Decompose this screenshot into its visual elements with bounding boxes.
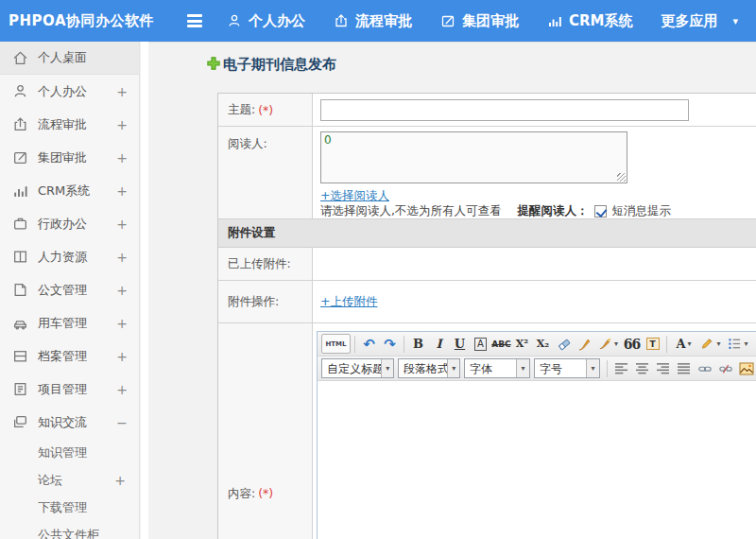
bold-button[interactable]: B (408, 334, 428, 354)
sidebar-item-knowledge-exchange[interactable]: 知识交流 − (0, 406, 139, 439)
chevron-down-icon: ▾ (447, 359, 459, 377)
readers-note: 请选择阅读人,不选为所有人可查看 提醒阅读人： 短消息提示 (320, 203, 671, 219)
sidebar-item-personal-office[interactable]: 个人办公 + (0, 75, 139, 108)
redo-button[interactable]: ↷ (380, 334, 400, 354)
sidebar-item-project-mgmt[interactable]: 项目管理 + (0, 373, 139, 406)
highlight-color-button[interactable]: ▾ (697, 334, 724, 354)
remove-link-button[interactable] (715, 358, 735, 378)
green-plus-icon (207, 57, 220, 73)
sidebar-scroll-strip (141, 42, 148, 539)
editor-toolbar-row2: 自定义标题▾ 段落格式▾ 字体▾ 字号▾ (318, 356, 756, 381)
font-color-button[interactable]: A▾ (671, 334, 696, 354)
top-bar: PHPOA协同办公软件 个人办公 流程审批 集团审批 CRM系统 更多应用 ▾ (0, 0, 756, 42)
subject-row: 主题:(*) (218, 94, 756, 127)
sms-checkbox[interactable] (594, 205, 607, 217)
font-family-select[interactable]: 字体▾ (464, 358, 530, 378)
publish-form: 主题:(*) 阅读人: 0 +选择阅读人 请选择阅读人,不选为所有人可查看 提醒… (217, 93, 756, 539)
upload-box-icon (334, 13, 349, 28)
uploaded-attachments-row: 已上传附件: (218, 248, 756, 281)
sidebar-subitem-knowledge-mgmt[interactable]: 知识管理 (0, 439, 139, 466)
select-readers-link[interactable]: +选择阅读人 (320, 188, 389, 204)
editor-content-area[interactable] (318, 381, 756, 539)
italic-button[interactable]: I (429, 334, 449, 354)
bar-chart-icon (12, 183, 28, 199)
edit-square-icon (12, 149, 28, 165)
align-center-button[interactable] (632, 358, 652, 378)
page-title: 电子期刊信息发布 (223, 56, 336, 74)
sidebar: 个人桌面 个人办公 + 流程审批 + 集团审批 + CRM系统 + 行政办公 +… (0, 42, 140, 539)
sidebar-item-document-mgmt[interactable]: 公文管理 + (0, 273, 139, 306)
underline-button[interactable]: U (450, 334, 470, 354)
attachment-action-label: 附件操作: (218, 281, 313, 322)
nav-personal-office[interactable]: 个人办公 (227, 12, 305, 30)
paste-text-button[interactable]: T (643, 334, 662, 354)
edit-square-icon (440, 13, 455, 28)
sidebar-item-group-approval[interactable]: 集团审批 + (0, 141, 139, 174)
sidebar-subitem-public-cabinet[interactable]: 公共文件柜 (0, 521, 139, 539)
align-right-button[interactable] (653, 358, 673, 378)
sidebar-item-workflow-approval[interactable]: 流程审批 + (0, 108, 139, 141)
home-icon (12, 50, 28, 66)
sidebar-item-crm[interactable]: CRM系统 + (0, 174, 139, 207)
nav-crm-system[interactable]: CRM系统 (547, 12, 633, 30)
chevron-down-icon: ▾ (381, 359, 393, 377)
chevron-down-icon: ▾ (614, 339, 618, 348)
blockquote-button[interactable]: 66 (622, 334, 642, 354)
strikethrough-button[interactable]: ABC (491, 334, 511, 354)
nav-group-approval[interactable]: 集团审批 (440, 12, 519, 30)
car-icon (12, 315, 28, 331)
attachment-action-row: 附件操作: +上传附件 (218, 281, 756, 323)
main-content: 电子期刊信息发布 主题:(*) 阅读人: 0 +选择阅读人 (148, 42, 756, 539)
bar-chart-icon (547, 13, 562, 28)
format-painter-icon[interactable]: ▾ (595, 334, 621, 354)
sidebar-item-vehicle-mgmt[interactable]: 用车管理 + (0, 306, 139, 339)
sidebar-subitem-forum[interactable]: 论坛 + (0, 466, 139, 494)
chevron-down-icon: ▾ (516, 359, 529, 377)
resize-handle[interactable] (617, 173, 626, 182)
person-icon (12, 83, 28, 99)
book-icon (12, 249, 28, 265)
font-size-select[interactable]: 字号▾ (534, 358, 600, 378)
subject-label: 主题:(*) (218, 94, 313, 126)
person-icon (227, 13, 242, 28)
document-lines-icon (12, 381, 28, 397)
html-source-button[interactable]: HTML (321, 334, 351, 354)
chevron-down-icon: ▾ (744, 339, 747, 348)
custom-heading-select[interactable]: 自定义标题▾ (321, 358, 394, 378)
clean-brush-icon[interactable] (575, 334, 594, 354)
insert-image-button[interactable] (736, 358, 756, 378)
readers-textarea[interactable]: 0 (320, 131, 627, 183)
chevron-down-icon: ▾ (716, 339, 720, 348)
align-justify-button[interactable] (674, 358, 694, 378)
sidebar-item-admin-office[interactable]: 行政办公 + (0, 207, 139, 240)
sidebar-subitem-download-mgmt[interactable]: 下载管理 (0, 494, 139, 521)
eraser-icon[interactable] (554, 334, 574, 354)
chevron-down-icon[interactable]: ▾ (733, 15, 739, 27)
insert-link-button[interactable] (695, 358, 714, 378)
nav-workflow-approval[interactable]: 流程审批 (334, 12, 412, 30)
archive-icon (12, 348, 28, 364)
nav-more-apps[interactable]: 更多应用 (662, 12, 718, 30)
font-name-button[interactable]: A (471, 334, 490, 354)
align-left-button[interactable] (611, 358, 631, 378)
unordered-list-button[interactable] (752, 334, 756, 354)
layers-chat-icon (12, 414, 28, 430)
uploaded-attachments-value (313, 248, 756, 280)
sidebar-item-hr[interactable]: 人力资源 + (0, 240, 139, 273)
subscript-button[interactable]: X₂ (533, 334, 553, 354)
sidebar-item-archive-mgmt[interactable]: 档案管理 + (0, 339, 139, 373)
upload-attachment-link[interactable]: +上传附件 (320, 294, 377, 310)
superscript-button[interactable]: X² (512, 334, 532, 354)
upload-box-icon (12, 116, 28, 132)
hamburger-menu-icon[interactable] (187, 14, 206, 27)
sms-label: 短消息提示 (611, 203, 671, 219)
paragraph-format-select[interactable]: 段落格式▾ (398, 358, 460, 378)
undo-button[interactable]: ↶ (359, 334, 379, 354)
sidebar-item-personal-desktop[interactable]: 个人桌面 (0, 42, 139, 75)
remind-readers-label: 提醒阅读人： (517, 203, 588, 219)
page-head: 电子期刊信息发布 (207, 56, 336, 74)
subject-input[interactable] (320, 99, 689, 121)
ordered-list-button[interactable]: ▾ (725, 334, 751, 354)
readers-label: 阅读人: (218, 127, 313, 218)
uploaded-attachments-label: 已上传附件: (218, 248, 313, 280)
